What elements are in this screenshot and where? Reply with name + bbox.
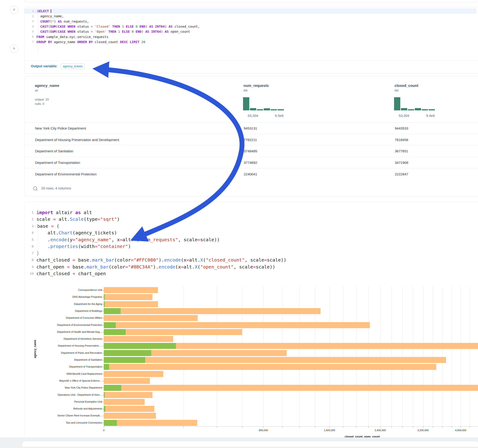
- code-line[interactable]: 5 .encode(y="agency_name", x=alt.X("num_…: [25, 236, 476, 243]
- x-axis-tick: [183, 427, 184, 428]
- table-row[interactable]: Department of Housing Preservation and D…: [25, 134, 478, 146]
- table-cell: 9443533: [395, 126, 408, 130]
- table-cell: Department of Transportation: [35, 161, 80, 165]
- bar-open_count[interactable]: [104, 357, 145, 363]
- bar-open_count[interactable]: [104, 392, 105, 398]
- code-line[interactable]: 10chart_closed + chart_open: [25, 270, 476, 277]
- bar-open_count[interactable]: [104, 364, 109, 370]
- chart-y-axis-labels: Correspondence UnitDHS Advantage Program…: [37, 287, 102, 426]
- previous-cell-bottom-edge: [24, 0, 478, 2]
- python-code-editor[interactable]: 1import altair as alt2scale = alt.Scale(…: [25, 209, 476, 277]
- add-cell-button-top[interactable]: +: [10, 6, 18, 14]
- code-line[interactable]: 7GROUP BY agency_name ORDER BY closed_co…: [25, 39, 476, 44]
- code-text: CAST(SUM(CASE WHEN status = 'Open' THEN …: [37, 30, 190, 33]
- bar-closed_count[interactable]: [104, 336, 173, 342]
- gridline: [380, 287, 380, 426]
- code-line[interactable]: 2scale = alt.Scale(type="sqrt"): [25, 216, 476, 223]
- bar-closed_count[interactable]: [104, 287, 158, 293]
- x-axis-tick-label: 4,000,000: [455, 429, 466, 432]
- x-axis-tick: [423, 427, 423, 428]
- bar-closed_count[interactable]: [104, 406, 154, 412]
- bar-closed_count[interactable]: [104, 294, 152, 300]
- table-cell: New York City Police Department: [35, 126, 86, 130]
- bar-closed_count[interactable]: [104, 371, 163, 377]
- bar-closed_count[interactable]: [104, 385, 478, 391]
- bar-closed_count[interactable]: [104, 308, 321, 314]
- code-line[interactable]: 3 COUNT(*) AS num_requests,: [25, 19, 476, 24]
- code-line[interactable]: 9chart_open = base.mark_bar(color="#8BC3…: [25, 263, 476, 270]
- bar-closed_count[interactable]: [104, 315, 198, 321]
- output-variable-chip[interactable]: agency_tickets: [61, 63, 85, 69]
- bar-closed_count[interactable]: [104, 378, 150, 384]
- table-row[interactable]: New York City Police Department945313194…: [25, 122, 478, 134]
- bar-closed_count[interactable]: [104, 392, 152, 398]
- code-line[interactable]: 4 CAST(SUM(CASE WHEN status = 'Closed' T…: [25, 24, 476, 29]
- y-axis-label: Department of Transportation: [69, 365, 102, 368]
- code-line[interactable]: 3⌄base = (: [25, 223, 476, 230]
- add-cell-button-mid[interactable]: +: [10, 44, 18, 53]
- table-row[interactable]: Department of Environmental Protection22…: [25, 168, 478, 180]
- fold-chevron-icon[interactable]: ⌄: [34, 10, 37, 13]
- table-cell: 3677651: [395, 149, 408, 153]
- table-row[interactable]: Department of Transportation377489234719…: [25, 157, 478, 168]
- code-line[interactable]: 7): [25, 250, 476, 257]
- bar-closed_count[interactable]: [104, 322, 370, 328]
- code-line[interactable]: 4 alt.Chart(agency_tickets): [25, 230, 476, 236]
- column-header-agency-name[interactable]: agency_name str unique: 20 nulls: 0: [35, 84, 59, 106]
- y-axis-label: DHS Advantage Programs: [72, 295, 102, 298]
- bar-open_count[interactable]: [104, 350, 151, 356]
- table-row[interactable]: Department of Sanitation37494853677651: [25, 145, 478, 157]
- x-axis-tick: [263, 427, 264, 428]
- bar-open_count[interactable]: [104, 308, 121, 314]
- bar-open_count[interactable]: [104, 294, 105, 300]
- code-line[interactable]: 5 CAST(SUM(CASE WHEN status = 'Open' THE…: [25, 29, 476, 34]
- bar-closed_count[interactable]: [104, 364, 436, 370]
- code-line[interactable]: 6 .properties(width="container"): [25, 243, 476, 250]
- bar-open_count[interactable]: [104, 420, 117, 426]
- gridline: [433, 287, 433, 426]
- x-axis-tick: [299, 427, 300, 428]
- code-text: scale = alt.Scale(type="sqrt"): [37, 216, 120, 222]
- line-number: 5: [25, 238, 34, 242]
- column-header-closed-count[interactable]: closed_count i64: [395, 84, 418, 92]
- code-line[interactable]: 1import altair as alt: [25, 209, 476, 216]
- code-line[interactable]: 1⌄SELECT: [25, 8, 476, 14]
- code-line[interactable]: 6FROM sample_data.nyc.service_requests: [25, 34, 476, 39]
- line-number: 6: [25, 35, 34, 38]
- gridline: [391, 287, 392, 426]
- code-line[interactable]: 8chart_closed = base.mark_bar(color="#FF…: [25, 257, 476, 264]
- line-number: 8: [25, 258, 34, 262]
- bar-closed_count[interactable]: [104, 420, 197, 426]
- line-number: 1: [25, 10, 34, 13]
- code-line[interactable]: 2 agency_name,: [25, 14, 476, 19]
- closed-count-hist-min: 53,304: [399, 114, 409, 118]
- fold-chevron-icon[interactable]: ⌄: [34, 224, 37, 227]
- table-cell: Department of Environmental Protection: [35, 172, 97, 176]
- line-number: 10: [25, 272, 34, 275]
- code-text: chart_closed = base.mark_bar(color="#FFC…: [37, 257, 286, 263]
- bar-open_count[interactable]: [104, 343, 176, 349]
- chart-plot-area[interactable]: [104, 287, 478, 426]
- bar-open_count[interactable]: [104, 322, 116, 328]
- bar-closed_count[interactable]: [104, 413, 156, 419]
- bar-open_count[interactable]: [104, 301, 105, 307]
- bar-closed_count[interactable]: [104, 301, 158, 307]
- y-axis-label: Department of Parks and Recreation: [61, 351, 102, 354]
- bar-closed_count[interactable]: [104, 357, 446, 363]
- results-table-card: agency_name str unique: 20 nulls: 0 num_…: [24, 76, 478, 196]
- sql-code-editor[interactable]: 1⌄SELECT 2 agency_name,3 COUNT(*) AS num…: [25, 8, 476, 44]
- bar-open_count[interactable]: [104, 406, 105, 412]
- bar-open_count[interactable]: [104, 329, 126, 335]
- gridline: [442, 287, 443, 426]
- column-header-num-requests[interactable]: num_requests i64: [244, 84, 269, 92]
- x-axis-tick: [391, 427, 392, 428]
- bar-closed_count[interactable]: [104, 399, 145, 405]
- output-variable-label: Output variable:: [31, 64, 57, 68]
- code-text: GROUP BY agency_name ORDER BY closed_cou…: [37, 40, 145, 44]
- num-requests-histogram: [243, 97, 284, 110]
- table-cell: 2240041: [244, 172, 257, 176]
- y-axis-label: Department of Consumer Affairs: [66, 316, 102, 319]
- y-axis-label: Senior Citizen Rent Increase Exempti…: [57, 414, 102, 417]
- table-footer-summary: 20 rows, 4 columns: [41, 186, 71, 190]
- bar-open_count[interactable]: [104, 385, 121, 391]
